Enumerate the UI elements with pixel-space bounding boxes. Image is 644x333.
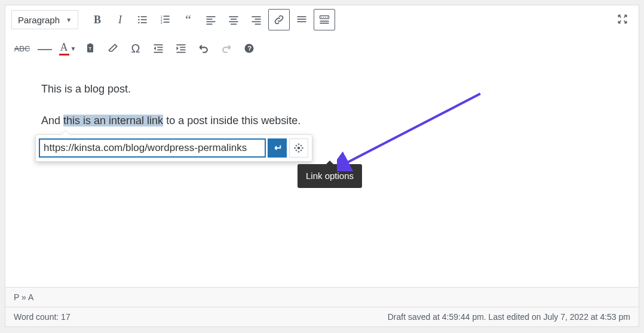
svg-rect-21	[255, 18, 261, 20]
eraser-icon	[107, 42, 119, 54]
align-center-icon	[228, 14, 240, 26]
paragraph-2: And this is an internal link to a post i…	[41, 112, 603, 130]
svg-text:3: 3	[161, 21, 162, 24]
more-icon	[296, 14, 308, 26]
svg-rect-42	[180, 47, 185, 48]
help-button[interactable]: ?	[238, 38, 260, 59]
svg-rect-26	[298, 21, 306, 23]
align-center-button[interactable]	[223, 9, 244, 30]
link-url-input[interactable]	[39, 139, 265, 157]
help-icon: ?	[243, 42, 255, 54]
save-info: Draft saved at 4:59:44 pm. Last edited o…	[388, 312, 630, 322]
align-right-icon	[250, 14, 262, 26]
link-icon	[273, 14, 285, 26]
indent-button[interactable]	[170, 38, 192, 59]
svg-rect-7	[164, 16, 170, 17]
blockquote-button[interactable]: “	[177, 9, 199, 30]
svg-rect-17	[231, 18, 237, 20]
svg-rect-32	[320, 21, 329, 22]
svg-rect-40	[154, 52, 163, 53]
svg-rect-23	[255, 24, 261, 25]
clear-format-button[interactable]	[102, 38, 124, 59]
editor-content[interactable]: This is a blog post. And this is an inte…	[5, 63, 639, 287]
link-toolbar	[35, 134, 312, 162]
svg-text:T: T	[89, 46, 92, 51]
outdent-button[interactable]	[148, 38, 169, 59]
editor-container: Paragraph B I 123 “	[5, 5, 639, 327]
svg-text:?: ?	[248, 45, 252, 52]
link-settings-button[interactable]	[289, 138, 308, 158]
fullscreen-button[interactable]	[612, 8, 633, 30]
bullet-list-button[interactable]	[132, 9, 154, 30]
annotation-arrow	[337, 88, 492, 171]
svg-point-0	[138, 16, 140, 18]
svg-rect-41	[177, 44, 186, 45]
link-apply-button[interactable]	[268, 138, 287, 158]
strikethrough-button[interactable]: ABC	[11, 38, 33, 59]
svg-rect-20	[252, 16, 261, 17]
toolbar-row-1: Paragraph B I 123 “	[5, 5, 639, 34]
paste-text-button[interactable]: T	[79, 38, 101, 59]
word-count: Word count: 17	[14, 312, 70, 322]
more-button[interactable]	[291, 9, 312, 30]
format-selector-label: Paragraph	[18, 15, 60, 25]
svg-rect-25	[298, 18, 306, 20]
paragraph-1: This is a blog post.	[41, 81, 603, 98]
svg-rect-39	[157, 50, 162, 51]
tooltip: Link options	[298, 164, 362, 188]
svg-point-28	[321, 17, 322, 18]
svg-rect-37	[154, 44, 163, 45]
italic-button[interactable]: I	[109, 9, 131, 30]
svg-rect-16	[229, 16, 238, 17]
hr-button[interactable]: —	[34, 38, 56, 59]
svg-rect-15	[207, 24, 213, 25]
bold-button[interactable]: B	[87, 9, 108, 30]
selected-link-text[interactable]: this is an internal link	[63, 115, 163, 127]
bullet-list-icon	[137, 14, 149, 26]
svg-rect-1	[141, 16, 147, 17]
text-color-button[interactable]: A ▼	[57, 38, 78, 59]
toolbar-toggle-button[interactable]	[314, 9, 335, 30]
svg-rect-35	[89, 44, 92, 45]
svg-rect-38	[157, 47, 162, 48]
chevron-down-icon: ▼	[70, 45, 76, 52]
enter-icon	[272, 143, 283, 153]
outdent-icon	[152, 42, 164, 54]
toolbar-row-2: ABC — A ▼ T Ω	[5, 34, 639, 63]
text-color-icon: A	[59, 41, 69, 56]
undo-icon	[198, 42, 210, 54]
svg-point-30	[325, 17, 326, 18]
align-left-button[interactable]	[200, 9, 222, 30]
svg-point-29	[323, 17, 324, 18]
numbered-list-icon: 123	[160, 14, 171, 26]
svg-rect-12	[207, 16, 216, 17]
svg-rect-44	[177, 52, 186, 53]
svg-rect-22	[252, 21, 261, 23]
svg-rect-5	[141, 22, 147, 23]
redo-button[interactable]	[216, 38, 237, 59]
format-selector[interactable]: Paragraph	[11, 10, 78, 29]
align-right-button[interactable]	[246, 9, 267, 30]
svg-point-4	[138, 22, 140, 24]
undo-button[interactable]	[193, 38, 214, 59]
svg-rect-18	[229, 21, 238, 23]
numbered-list-button[interactable]: 123	[155, 9, 176, 30]
svg-rect-9	[164, 18, 170, 20]
special-char-button[interactable]: Ω	[125, 38, 146, 59]
svg-rect-3	[141, 19, 147, 20]
fullscreen-icon	[617, 13, 628, 25]
toolbar: Paragraph B I 123 “	[5, 5, 639, 63]
svg-rect-11	[164, 21, 170, 23]
clipboard-icon: T	[84, 42, 96, 54]
svg-rect-14	[207, 21, 216, 23]
link-button[interactable]	[268, 9, 290, 30]
element-path[interactable]: P » A	[5, 288, 639, 307]
svg-rect-13	[207, 18, 213, 20]
svg-rect-43	[180, 50, 185, 51]
status-info-row: Word count: 17 Draft saved at 4:59:44 pm…	[5, 307, 639, 326]
gear-icon	[293, 143, 304, 153]
align-left-icon	[205, 14, 217, 26]
status-bar: P » A Word count: 17 Draft saved at 4:59…	[5, 287, 639, 326]
svg-rect-24	[298, 16, 306, 17]
redo-icon	[220, 42, 232, 54]
